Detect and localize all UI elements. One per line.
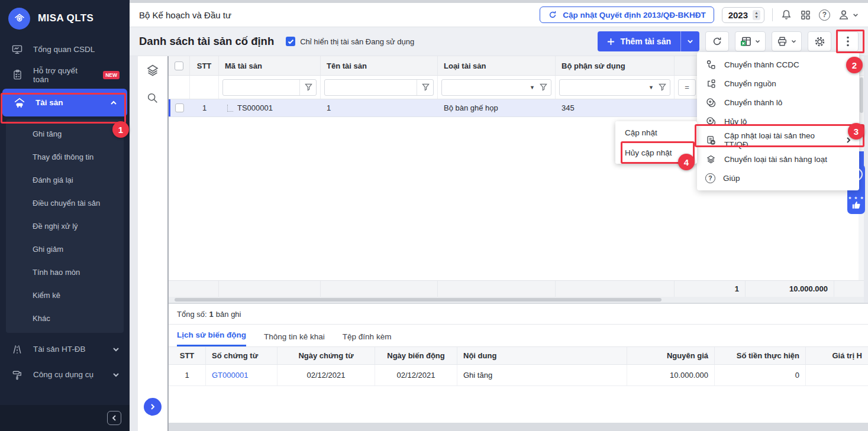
refresh-button[interactable] <box>705 31 729 51</box>
menu-item-label: Cập nhật loại tài sản theo TT/QĐ <box>724 131 838 149</box>
topbar: Bộ Kế hoạch và Đầu tư Cập nhật Quyết địn… <box>130 3 868 27</box>
sidebar-subitem-thay-doi-thong-tin[interactable]: Thay đổi thông tin <box>6 145 124 168</box>
row-code-cell: TS000001 <box>219 99 321 116</box>
help-icon[interactable]: ? <box>819 9 830 21</box>
menu-item-label: Chuyển thành CCDC <box>724 60 799 69</box>
history-col-amount: Số tiền thực hiện <box>715 347 806 364</box>
notifications-bell-icon[interactable] <box>780 9 792 21</box>
year-value: 2023 <box>728 10 748 20</box>
select-all-checkbox[interactable] <box>175 61 183 70</box>
menu-item-chuyen-loai-hang-loat[interactable]: Chuyển loại tài sản hàng loạt <box>697 150 859 168</box>
column-header-ten-tai-san[interactable]: Tên tài sản <box>321 56 438 75</box>
export-excel-button[interactable] <box>735 31 766 51</box>
row-name: 1 <box>321 99 438 116</box>
document-link[interactable]: GT000001 <box>212 371 248 380</box>
caret-down-icon <box>755 40 760 43</box>
menu-item-giup[interactable]: ? Giúp <box>697 168 859 187</box>
menu-item-chuyen-thanh-lo[interactable]: Chuyển thành lô <box>697 93 859 112</box>
column-header-stt[interactable]: STT <box>190 56 219 75</box>
summary-suffix: bản ghi <box>216 310 241 319</box>
funnel-icon[interactable] <box>305 83 312 91</box>
name-filter-input[interactable] <box>324 79 434 96</box>
add-asset-dropdown-button[interactable] <box>680 31 699 51</box>
column-header-ma-tai-san[interactable]: Mã tài sản <box>219 56 321 75</box>
menu-item-huy-lo[interactable]: Hủy lô <box>697 112 859 131</box>
sidebar-subitem-de-nghi-xu-ly[interactable]: Đề nghị xử lý <box>6 215 124 238</box>
history-stt: 1 <box>169 365 206 385</box>
chevron-right-icon <box>150 403 155 410</box>
sidebar-subitem-khac[interactable]: Khác <box>6 307 124 330</box>
menu-item-label: Chuyển nguồn <box>724 79 776 88</box>
sidebar-subitem-dieu-chuyen-tai-san[interactable]: Điều chuyển tài sản <box>6 192 124 215</box>
grid-totals-row: 1 10.000.000 <box>169 280 864 297</box>
submenu-item-cap-nhat[interactable]: Cập nhật <box>615 122 697 142</box>
totals-amount: 10.000.000 <box>746 281 834 297</box>
add-asset-split-button: Thêm tài sản <box>598 31 699 51</box>
sidebar-subitem-tinh-hao-mon[interactable]: Tính hao mòn <box>6 261 124 284</box>
sidebar-subitem-kiem-ke[interactable]: Kiểm kê <box>6 284 124 307</box>
convert-to-tool-icon <box>705 60 717 70</box>
history-doc-date: 02/12/2021 <box>277 365 375 385</box>
sidebar-subitem-danh-gia-lai[interactable]: Đánh giá lại <box>6 168 124 192</box>
department-filter-select[interactable]: ▼ <box>559 79 670 96</box>
user-menu[interactable] <box>838 9 859 21</box>
apps-grid-icon[interactable] <box>800 9 811 21</box>
funnel-icon[interactable] <box>659 83 666 91</box>
history-col-value: Giá trị H <box>806 347 868 364</box>
funnel-icon[interactable] <box>540 83 547 91</box>
sidebar-collapse-button[interactable] <box>107 411 121 425</box>
show-only-in-use-checkbox[interactable]: Chỉ hiển thị tài sản Đang sử dụng <box>286 37 414 46</box>
row-checkbox[interactable] <box>175 103 184 112</box>
scrollbar-thumb[interactable] <box>860 77 863 113</box>
batch-plus-icon <box>705 98 717 108</box>
sidebar-item-cong-cu-dung-cu[interactable]: Công cụ dụng cụ <box>0 362 130 387</box>
year-stepper-icon[interactable]: ▲▼ <box>753 10 760 20</box>
operator-equals-box[interactable]: = <box>678 79 696 96</box>
sidebar-item-ho-tro-quyet-toan[interactable]: Hỗ trợ quyết toán NEW <box>0 62 130 88</box>
paint-roller-icon <box>10 369 24 381</box>
history-header-row: STT Số chứng từ Ngày chứng từ Ngày biến … <box>169 346 868 365</box>
menu-item-chuyen-nguon[interactable]: Chuyển nguồn <box>697 74 859 93</box>
sidebar-item-label: Hỗ trợ quyết toán <box>33 66 92 84</box>
history-col-stt: STT <box>169 347 206 364</box>
filter-cell-department: ▼ <box>556 76 675 99</box>
settings-button[interactable] <box>808 31 831 51</box>
more-actions-button[interactable] <box>837 31 859 51</box>
header-actions: Thêm tài sản <box>598 31 859 51</box>
code-filter-input[interactable] <box>222 79 317 96</box>
print-button[interactable] <box>772 31 802 51</box>
home-icon <box>14 12 25 24</box>
type-filter-select[interactable]: ▼ <box>441 79 551 96</box>
tab-tep-dinh-kem[interactable]: Tệp đính kèm <box>343 332 392 346</box>
scrollbar-thumb[interactable] <box>175 298 662 302</box>
layers-icon[interactable] <box>146 63 160 80</box>
funnel-icon[interactable] <box>422 83 430 91</box>
menu-item-chuyen-thanh-ccdc[interactable]: Chuyển thành CCDC <box>697 55 859 74</box>
sidebar-item-tai-san[interactable]: Tài sản <box>2 89 127 116</box>
year-selector[interactable]: 2023 ▲▼ <box>722 7 764 23</box>
submenu-item-huy-cap-nhat[interactable]: Hủy cập nhật <box>615 142 697 163</box>
sidebar-item-tai-san-ht-db[interactable]: Tài sản HT-ĐB <box>0 336 130 362</box>
sidebar-subitem-ghi-tang[interactable]: Ghi tăng <box>6 122 124 145</box>
chevron-left-icon <box>112 414 117 422</box>
history-row[interactable]: 1 GT000001 02/12/2021 02/12/2021 Ghi tăn… <box>169 365 868 386</box>
horizontal-scrollbar[interactable] <box>169 297 864 303</box>
column-header-bo-phan-su-dung[interactable]: Bộ phận sử dụng <box>556 56 675 75</box>
sidebar-item-tong-quan-csdl[interactable]: Tổng quan CSDL <box>0 37 130 62</box>
totals-count: 1 <box>675 281 746 297</box>
expand-panel-button[interactable] <box>144 398 162 416</box>
history-col-doc-date: Ngày chứng từ <box>277 347 375 364</box>
sidebar-subitem-ghi-giam[interactable]: Ghi giảm <box>6 238 124 261</box>
menu-item-cap-nhat-loai-tai-san[interactable]: Cập nhật loại tài sản theo TT/QĐ <box>697 131 859 150</box>
search-icon[interactable] <box>146 92 159 107</box>
totals-cell-empty <box>190 281 219 297</box>
user-icon <box>838 9 850 21</box>
add-asset-button[interactable]: Thêm tài sản <box>598 31 680 51</box>
logo-row[interactable]: MISA QLTS <box>0 0 130 37</box>
tab-thong-tin-ke-khai[interactable]: Thông tin kê khai <box>264 332 325 346</box>
tab-lich-su-bien-dong[interactable]: Lịch sử biến động <box>177 330 246 346</box>
update-decision-button[interactable]: Cập nhật Quyết định 2013/QĐ-BKHĐT <box>540 7 714 23</box>
chevron-down-icon <box>112 372 120 377</box>
totals-cell-empty <box>438 281 556 297</box>
column-header-loai-tai-san[interactable]: Loại tài sản <box>438 56 556 75</box>
